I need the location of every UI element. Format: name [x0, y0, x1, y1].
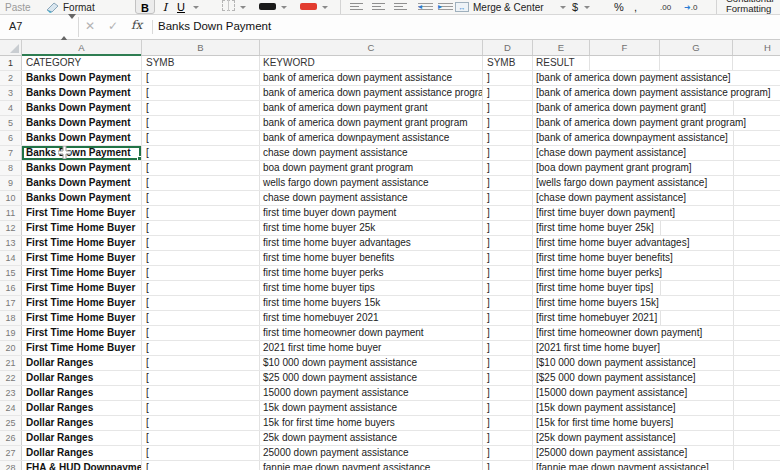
cell-result[interactable]: [boa down payment grant program] — [533, 161, 780, 175]
cell-keyword[interactable]: first time home buyer benefits — [260, 251, 483, 265]
cell-symb-close[interactable]: ] — [483, 356, 533, 370]
row-number[interactable]: 17 — [0, 296, 22, 310]
cell-category[interactable]: Banks Down Payment — [22, 86, 142, 100]
cell-symb-open[interactable]: [ — [142, 206, 260, 220]
align-center-icon[interactable] — [372, 1, 385, 11]
cell-symb-close[interactable]: ] — [483, 416, 533, 430]
row-number[interactable]: 9 — [0, 176, 22, 190]
cell-keyword-header[interactable]: KEYWORD — [260, 56, 483, 70]
cell-empty[interactable] — [733, 56, 780, 70]
cell-result[interactable]: [chase down payment assistance] — [533, 191, 780, 205]
column-header-f[interactable]: F — [590, 40, 660, 55]
align-right-icon[interactable] — [394, 1, 407, 11]
cell-symb-open[interactable]: [ — [142, 386, 260, 400]
cell-symb-close[interactable]: ] — [483, 461, 533, 470]
cell-keyword[interactable]: first time home buyer tips — [260, 281, 483, 295]
cell-category[interactable]: FHA & HUD Downpayme — [22, 461, 142, 470]
cell-symb-close[interactable]: ] — [483, 266, 533, 280]
cell-symb-open[interactable]: [ — [142, 191, 260, 205]
font-color-icon[interactable] — [300, 3, 317, 10]
cell-symb-close[interactable]: ] — [483, 251, 533, 265]
cell-result[interactable]: [bank of america down payment grant] — [533, 101, 780, 115]
column-header-e[interactable]: E — [533, 40, 590, 55]
cell-category-header[interactable]: CATEGORY — [22, 56, 142, 70]
row-number[interactable]: 26 — [0, 431, 22, 445]
decrease-decimal-button[interactable]: ➜.0 — [684, 3, 697, 12]
cell-category[interactable]: Banks Down Payment — [22, 176, 142, 190]
cell-symb-close[interactable]: ] — [483, 191, 533, 205]
cell-result[interactable]: [first time home buyer perks] — [533, 266, 780, 280]
row-number[interactable]: 5 — [0, 116, 22, 130]
cell-category[interactable]: Banks Down Payment — [22, 71, 142, 85]
cell-symb-open[interactable]: [ — [142, 266, 260, 280]
cell-symb-open[interactable]: [ — [142, 281, 260, 295]
fill-color-icon[interactable] — [259, 3, 276, 10]
cell-symb-close[interactable]: ] — [483, 446, 533, 460]
column-header-c[interactable]: C — [260, 40, 483, 55]
cell-keyword[interactable]: bank of america down payment grant progr… — [260, 116, 483, 130]
cell-category[interactable]: Banks Down Payment — [22, 146, 142, 160]
cell-keyword[interactable]: boa down payment grant program — [260, 161, 483, 175]
comma-format-button[interactable]: , — [634, 1, 637, 13]
cell-symb-close[interactable]: ] — [483, 386, 533, 400]
cell-symb-open[interactable]: [ — [142, 356, 260, 370]
cell-category[interactable]: First Time Home Buyer — [22, 266, 142, 280]
cell-symb-close[interactable]: ] — [483, 116, 533, 130]
merge-center-caret-icon[interactable] — [560, 6, 566, 9]
cell-keyword[interactable]: first time home buyer advantages — [260, 236, 483, 250]
cell-symb-open[interactable]: [ — [142, 221, 260, 235]
row-number[interactable]: 12 — [0, 221, 22, 235]
cell-category[interactable]: Banks Down Payment — [22, 161, 142, 175]
cell-keyword[interactable]: fannie mae down payment assistance — [260, 461, 483, 470]
cell-result[interactable]: [first time home buyer tips] — [533, 281, 780, 295]
fill-color-caret-icon[interactable] — [281, 6, 287, 9]
cell-category[interactable]: First Time Home Buyer — [22, 281, 142, 295]
cell-empty[interactable] — [590, 56, 660, 70]
borders-icon[interactable] — [222, 0, 235, 11]
format-painter-button[interactable]: Format — [63, 2, 95, 13]
cell-symb-open[interactable]: [ — [142, 86, 260, 100]
borders-caret-icon[interactable] — [240, 6, 246, 9]
cell-symb-close[interactable]: ] — [483, 146, 533, 160]
row-number[interactable]: 3 — [0, 86, 22, 100]
row-number[interactable]: 16 — [0, 281, 22, 295]
cell-symb-close[interactable]: ] — [483, 371, 533, 385]
cell-keyword[interactable]: first time homeowner down payment — [260, 326, 483, 340]
cell-keyword[interactable]: bank of america down payment assistance … — [260, 86, 483, 100]
cell-symb-close[interactable]: ] — [483, 341, 533, 355]
cell-result[interactable]: [2021 first time home buyer] — [533, 341, 780, 355]
cell-symb-open[interactable]: [ — [142, 431, 260, 445]
row-number[interactable]: 28 — [0, 461, 22, 470]
increase-decimal-button[interactable]: .00 — [660, 3, 671, 12]
cell-symb-close[interactable]: ] — [483, 101, 533, 115]
row-number[interactable]: 25 — [0, 416, 22, 430]
cell-symb-close[interactable]: ] — [483, 176, 533, 190]
row-number[interactable]: 21 — [0, 356, 22, 370]
cell-result[interactable]: [fannie mae down payment assistance] — [533, 461, 780, 470]
row-number[interactable]: 11 — [0, 206, 22, 220]
cell-symb-close[interactable]: ] — [483, 236, 533, 250]
cell-symb-header[interactable]: SYMB — [142, 56, 260, 70]
cell-category[interactable]: Dollar Ranges — [22, 416, 142, 430]
merge-center-icon[interactable]: ↔ — [455, 2, 469, 12]
row-number[interactable]: 22 — [0, 371, 22, 385]
cell-keyword[interactable]: chase down payment assistance — [260, 146, 483, 160]
name-box[interactable]: A7 — [0, 15, 78, 39]
cell-symb-open[interactable]: [ — [142, 116, 260, 130]
cell-symb-open[interactable]: [ — [142, 131, 260, 145]
cell-keyword[interactable]: 25k down payment assistance — [260, 431, 483, 445]
cell-keyword[interactable]: bank of america down payment assistance — [260, 71, 483, 85]
cell-keyword[interactable]: first time buyer down payment — [260, 206, 483, 220]
cell-result[interactable]: [bank of america down payment assistance… — [533, 71, 780, 85]
cell-keyword[interactable]: first time home buyer 25k — [260, 221, 483, 235]
cell-symb-open[interactable]: [ — [142, 401, 260, 415]
cell-category[interactable]: First Time Home Buyer — [22, 236, 142, 250]
cell-category[interactable]: First Time Home Buyer — [22, 221, 142, 235]
cell-keyword[interactable]: $10 000 down payment assistance — [260, 356, 483, 370]
cell-category[interactable]: Dollar Ranges — [22, 356, 142, 370]
row-number[interactable]: 15 — [0, 266, 22, 280]
cell-result[interactable]: [bank of america downpayment assistance] — [533, 131, 780, 145]
column-header-g[interactable]: G — [660, 40, 733, 55]
row-number[interactable]: 18 — [0, 311, 22, 325]
row-number[interactable]: 2 — [0, 71, 22, 85]
